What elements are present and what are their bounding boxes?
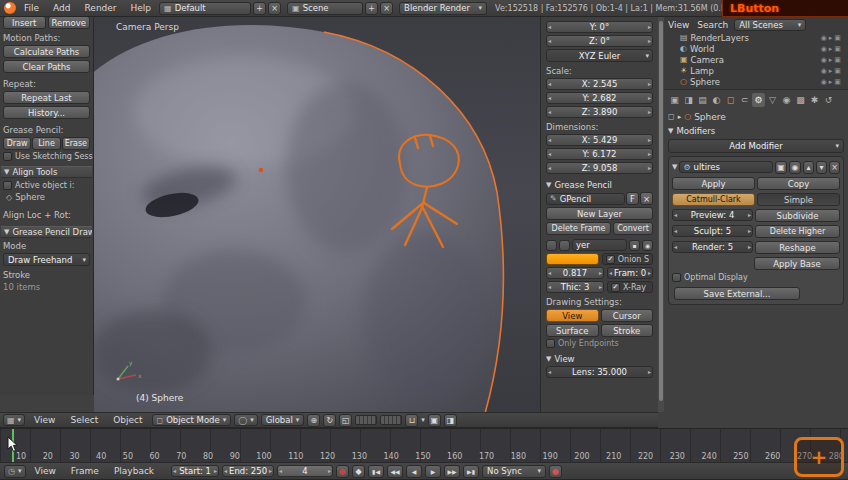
modifier-name-field[interactable]: ⚙ ultires (679, 161, 773, 173)
active-object-checkbox[interactable] (3, 181, 12, 190)
increment-arrow-icon[interactable]: ▸ (599, 284, 602, 290)
modifier-expand-icon[interactable]: ▼ (672, 163, 677, 171)
gp-erase-button[interactable]: Erase (62, 137, 90, 150)
tab-constraints-icon[interactable]: ⊂ (738, 93, 751, 107)
decrement-arrow-icon[interactable]: ◂ (674, 244, 677, 250)
increment-arrow-icon[interactable]: ▸ (599, 270, 602, 276)
onion-skinning-checkbox[interactable]: ✓ (606, 255, 615, 264)
history-button[interactable]: History... (3, 106, 90, 119)
tab-object-icon[interactable]: ◻ (724, 93, 737, 107)
tab-render-icon[interactable]: ▣ (668, 93, 681, 107)
decrement-arrow-icon[interactable]: ◂ (548, 369, 551, 375)
menu-help[interactable]: Help (125, 3, 158, 13)
scale-z-field[interactable]: ◂Z: 3.890▸ (546, 106, 653, 118)
restrict-toggles-icons[interactable]: ◉▸▣ (821, 45, 846, 53)
decrement-arrow-icon[interactable]: ◂ (548, 151, 551, 157)
current-frame-field[interactable]: ◂4▸ (277, 465, 333, 477)
decrement-arrow-icon[interactable]: ◂ (548, 270, 551, 276)
tab-particles-icon[interactable]: ✱ (808, 93, 821, 107)
decrement-arrow-icon[interactable]: ◂ (548, 24, 551, 30)
outliner-display-filter[interactable]: All Scenes ▾ (734, 19, 806, 31)
tab-material-icon[interactable]: ◉ (780, 93, 793, 107)
xray-toggle[interactable]: ✓X-Ray (607, 281, 653, 293)
decrement-arrow-icon[interactable]: ◂ (548, 109, 551, 115)
gp-layer-fill-chip[interactable] (559, 240, 570, 251)
unlink-button[interactable]: × (640, 192, 653, 205)
subdivision-type-simple-button[interactable]: Simple (757, 193, 840, 206)
gp-layer-name-field[interactable]: yer (572, 239, 627, 251)
transform-orientation-selector[interactable]: Global ▾ (261, 414, 305, 426)
tab-modifiers-icon[interactable]: ⚙ (752, 93, 765, 107)
render-level-field[interactable]: ◂Render: 5▸ (672, 241, 753, 253)
modifier-delete-button[interactable]: × (829, 161, 840, 174)
onion-skinning-toggle[interactable]: ✓Onion S (602, 253, 653, 265)
blender-logo-icon[interactable] (4, 2, 16, 14)
scene-add-button[interactable]: + (365, 2, 378, 15)
lock-icon[interactable]: ▪ (629, 240, 640, 251)
restrict-toggles-icons[interactable]: ◉▸▣ (821, 56, 846, 64)
scrollbar-thumb[interactable] (659, 21, 663, 401)
editor-type-selector[interactable]: ▦ ▾ (3, 414, 25, 426)
decrement-arrow-icon[interactable]: ◂ (609, 270, 612, 276)
insert-keyframe-button[interactable]: Insert (3, 16, 46, 29)
decrement-arrow-icon[interactable]: ◂ (548, 81, 551, 87)
increment-arrow-icon[interactable]: ▸ (648, 81, 651, 87)
increment-arrow-icon[interactable]: ▸ (648, 165, 651, 171)
gp-datablock-field[interactable]: ✎GPencil (546, 193, 625, 205)
draw-to-cursor-button[interactable]: Cursor (601, 309, 654, 322)
scale-x-field[interactable]: ◂X: 2.545▸ (546, 78, 653, 90)
tab-texture-icon[interactable]: ▩ (794, 93, 807, 107)
decrement-arrow-icon[interactable]: ◂ (548, 284, 551, 290)
restrict-toggles-icons[interactable]: ◉▸▣ (821, 67, 846, 75)
keying-set-icon[interactable]: ◆ (352, 465, 365, 478)
clear-paths-button[interactable]: Clear Paths (3, 60, 90, 73)
grease-pencil-draw-panel-header[interactable]: ▼ Grease Pencil Draw (1, 226, 92, 238)
manipulator-scale-icon[interactable]: ◱ (339, 414, 352, 427)
scene-delete-button[interactable]: × (380, 2, 393, 15)
scene-selector[interactable]: ▣ Scene (287, 2, 363, 15)
save-external-button[interactable]: Save External... (674, 287, 800, 300)
decrement-arrow-icon[interactable]: ◂ (674, 228, 677, 234)
snap-magnet-icon[interactable]: ⊔ (405, 414, 418, 427)
scale-y-field[interactable]: ◂Y: 2.682▸ (546, 92, 653, 104)
gp-draw-button[interactable]: Draw (3, 137, 31, 150)
timeline-frame-menu[interactable]: Frame (65, 466, 105, 476)
decrement-arrow-icon[interactable]: ◂ (548, 95, 551, 101)
grease-pencil-panel-header[interactable]: ▼Grease Pencil (546, 180, 653, 190)
optimal-display-checkbox[interactable] (672, 273, 681, 282)
lens-field[interactable]: ◂Lens: 35.000▸ (546, 366, 653, 378)
increment-arrow-icon[interactable]: ▸ (648, 137, 651, 143)
tab-scene-icon[interactable]: ◨ (682, 93, 695, 107)
gp-stroke-color-swatch[interactable] (546, 253, 599, 265)
frame-end-field[interactable]: ◂End: 250▸ (222, 465, 274, 477)
active-object-name[interactable]: Sphere (15, 192, 45, 202)
gp-line-button[interactable]: Line (32, 137, 60, 150)
frame-start-field[interactable]: ◂Start: 1▸ (171, 465, 219, 477)
calculate-paths-button[interactable]: Calculate Paths (3, 45, 90, 58)
layers-widget[interactable] (355, 415, 377, 425)
decrement-arrow-icon[interactable]: ◂ (548, 38, 551, 44)
increment-arrow-icon[interactable]: ▸ (648, 95, 651, 101)
render-opengl-icon[interactable]: ▣ (428, 414, 441, 427)
render-anim-icon[interactable]: ◨ (444, 414, 457, 427)
repeat-last-button[interactable]: Repeat Last (3, 91, 90, 104)
convert-button[interactable]: Convert (613, 222, 653, 235)
outliner-item-lamp[interactable]: ☀Lamp◉▸▣ (666, 65, 846, 76)
apply-base-button[interactable]: Apply Base (754, 257, 840, 270)
viewport-object-menu[interactable]: Object (107, 415, 148, 425)
viewport-3d[interactable]: x y Camera Persp (4) Sphere (94, 17, 540, 412)
decrement-arrow-icon[interactable]: ◂ (674, 212, 677, 218)
timeline-editor-selector[interactable]: ◷ ▾ (4, 465, 26, 478)
decrement-arrow-icon[interactable]: ◂ (548, 165, 551, 171)
chevron-down-icon[interactable]: ▾ (421, 416, 425, 424)
delete-frame-button[interactable]: Delete Frame (546, 222, 611, 235)
jump-to-start-button[interactable]: ▮◀ (368, 465, 384, 478)
modifiers-panel-header[interactable]: ▼Modifiers (668, 126, 844, 136)
eye-icon[interactable]: ◉ (642, 240, 653, 251)
draw-to-surface-button[interactable]: Surface (546, 324, 599, 337)
increment-arrow-icon[interactable]: ▸ (748, 244, 751, 250)
draw-mode-dropdown[interactable]: Draw Freehand ▾ (3, 253, 90, 266)
layout-add-button[interactable]: + (253, 2, 266, 15)
modifier-render-toggle-icon[interactable]: ▣ (775, 161, 787, 174)
add-modifier-dropdown[interactable]: Add Modifier ▾ (668, 139, 844, 153)
